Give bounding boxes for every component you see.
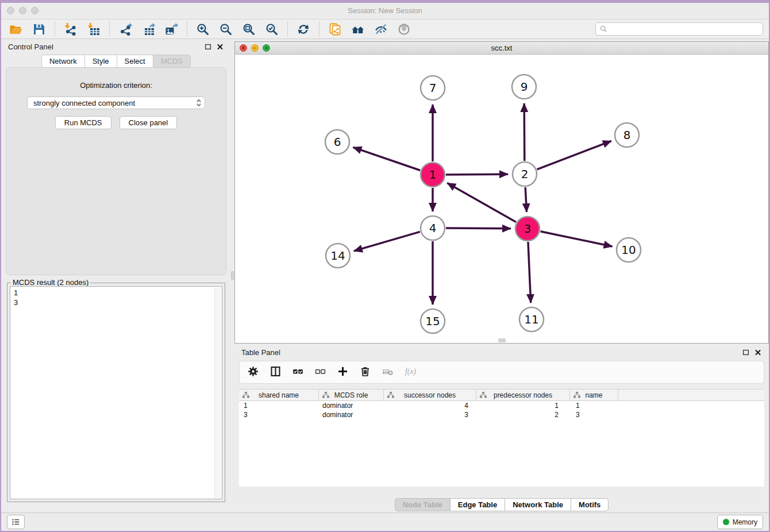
memory-button[interactable]: Memory bbox=[717, 515, 763, 529]
result-scrollbar[interactable] bbox=[214, 287, 221, 498]
tab-network-table[interactable]: Network Table bbox=[505, 498, 571, 511]
node-4[interactable]: 4 bbox=[421, 216, 445, 240]
column-header-shared-name[interactable]: shared name bbox=[239, 390, 319, 400]
vertical-splitter[interactable] bbox=[231, 39, 234, 512]
float-table-panel-icon[interactable] bbox=[741, 348, 750, 357]
zoom-selected-button[interactable] bbox=[260, 21, 283, 38]
table-row[interactable]: 3dominator323 bbox=[239, 410, 764, 419]
column-header-predecessor-nodes[interactable]: predecessor nodes bbox=[476, 390, 570, 400]
copy-network-button[interactable] bbox=[324, 21, 346, 38]
cell-shared-name: 1 bbox=[239, 402, 319, 410]
node-3[interactable]: 3 bbox=[515, 217, 540, 241]
edge-2-9[interactable] bbox=[524, 103, 525, 161]
edge-3-11[interactable] bbox=[528, 242, 531, 303]
close-panel-button[interactable]: Close panel bbox=[120, 116, 178, 129]
tab-edge-table[interactable]: Edge Table bbox=[450, 498, 505, 511]
column-header-mcds-role[interactable]: MCDS role bbox=[319, 390, 384, 400]
svg-text:6: 6 bbox=[334, 135, 341, 149]
refresh-button[interactable] bbox=[292, 21, 315, 38]
save-button[interactable] bbox=[28, 21, 51, 38]
table-toolbar: f(x) bbox=[239, 361, 764, 384]
open-folder-button[interactable] bbox=[5, 21, 28, 38]
node-10[interactable]: 10 bbox=[617, 238, 641, 262]
edge-2-8[interactable] bbox=[537, 141, 611, 169]
run-mcds-button[interactable]: Run MCDS bbox=[55, 116, 111, 129]
cell-name: 3 bbox=[570, 411, 618, 419]
float-panel-icon[interactable] bbox=[203, 43, 212, 51]
list-icon bbox=[11, 517, 21, 527]
column-header-filler bbox=[618, 390, 764, 400]
import-network-button[interactable] bbox=[59, 21, 82, 38]
close-table-panel-icon[interactable] bbox=[753, 348, 762, 357]
node-6[interactable]: 6 bbox=[325, 130, 349, 154]
zoom-in-button[interactable] bbox=[191, 21, 214, 38]
export-network-button[interactable] bbox=[114, 21, 137, 38]
export-image-button[interactable] bbox=[160, 21, 183, 38]
toolbar-separator bbox=[319, 22, 319, 37]
edge-4-3[interactable] bbox=[446, 228, 511, 229]
svg-text:14: 14 bbox=[330, 249, 345, 263]
table-row[interactable]: 1dominator411 bbox=[239, 401, 764, 410]
import-network-icon bbox=[64, 22, 78, 36]
function-fx-icon: f(x) bbox=[404, 365, 416, 380]
trash-button[interactable] bbox=[359, 366, 371, 379]
task-history-button[interactable] bbox=[7, 515, 25, 529]
splitter-grip[interactable] bbox=[231, 271, 234, 280]
add-plus-button[interactable] bbox=[336, 366, 349, 379]
column-header-label: successor nodes bbox=[404, 391, 456, 399]
houses-button[interactable] bbox=[346, 21, 369, 38]
tab-style[interactable]: Style bbox=[84, 55, 117, 68]
toolbar-separator bbox=[287, 22, 288, 37]
tab-node-table[interactable]: Node Table bbox=[395, 498, 451, 511]
column-header-successor-nodes[interactable]: successor nodes bbox=[384, 390, 476, 400]
tab-select[interactable]: Select bbox=[117, 55, 153, 68]
mcds-pane: Optimization criterion: strongly connect… bbox=[6, 67, 226, 275]
column-header-name[interactable]: name bbox=[570, 390, 618, 400]
edge-4-14[interactable] bbox=[354, 232, 420, 251]
node-14[interactable]: 14 bbox=[326, 244, 350, 268]
mcds-result-group: MCDS result (2 nodes) 1 3 bbox=[7, 283, 225, 502]
edge-2-3[interactable] bbox=[525, 187, 526, 212]
close-panel-icon[interactable] bbox=[215, 43, 224, 51]
node-7[interactable]: 7 bbox=[421, 76, 445, 100]
select-all-checkboxes-icon bbox=[292, 365, 304, 380]
network-minimize-button[interactable]: − bbox=[251, 44, 259, 52]
select-all-checkboxes-button[interactable] bbox=[291, 366, 304, 379]
table-header-row: shared nameMCDS rolesuccessor nodesprede… bbox=[239, 390, 764, 401]
tab-mcds[interactable]: MCDS bbox=[153, 55, 191, 68]
hide-eye-slash-icon bbox=[374, 22, 388, 36]
cell-predecessor-nodes: 2 bbox=[476, 411, 570, 419]
deselect-all-checkboxes-button[interactable] bbox=[314, 366, 326, 379]
gear-button[interactable] bbox=[247, 366, 259, 379]
mcds-result-text[interactable]: 1 3 bbox=[10, 286, 222, 499]
import-table-button[interactable] bbox=[82, 21, 105, 38]
hide-eye-slash-button[interactable] bbox=[369, 21, 392, 38]
network-maximize-button[interactable]: + bbox=[263, 44, 270, 52]
network-canvas[interactable]: 1234678910111415 bbox=[235, 55, 768, 343]
column-layout-button[interactable] bbox=[269, 366, 282, 379]
export-table-button[interactable] bbox=[137, 21, 160, 38]
search-input[interactable] bbox=[595, 22, 763, 36]
node-11[interactable]: 11 bbox=[519, 307, 544, 331]
node-15[interactable]: 15 bbox=[421, 309, 445, 333]
tab-motifs[interactable]: Motifs bbox=[571, 498, 609, 511]
edge-1-2[interactable] bbox=[446, 174, 508, 175]
node-2[interactable]: 2 bbox=[513, 162, 537, 186]
delete-table-button bbox=[381, 366, 394, 379]
memory-label: Memory bbox=[733, 518, 757, 526]
node-8[interactable]: 8 bbox=[615, 123, 639, 147]
network-close-button[interactable]: × bbox=[240, 44, 247, 52]
edge-3-10[interactable] bbox=[541, 232, 613, 246]
eye-button[interactable] bbox=[392, 21, 415, 38]
zoom-out-button[interactable] bbox=[214, 21, 237, 38]
tab-network[interactable]: Network bbox=[41, 55, 85, 68]
edge-1-6[interactable] bbox=[353, 147, 420, 170]
node-1[interactable]: 1 bbox=[421, 163, 445, 187]
zoom-fit-button[interactable] bbox=[237, 21, 260, 38]
node-9[interactable]: 9 bbox=[512, 75, 536, 99]
refresh-icon bbox=[297, 22, 310, 36]
criterion-dropdown[interactable]: strongly connected component bbox=[27, 97, 205, 109]
node-table: shared nameMCDS rolesuccessor nodesprede… bbox=[239, 389, 764, 487]
edge-3-1[interactable] bbox=[447, 183, 516, 222]
toolbar-separator bbox=[55, 22, 55, 37]
